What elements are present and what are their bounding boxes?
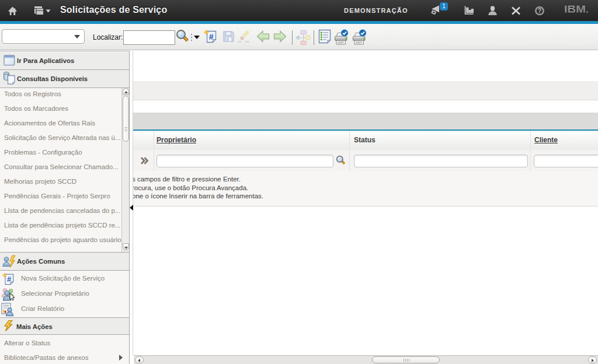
svg-text:#: #	[7, 275, 11, 284]
svg-text:?: ?	[538, 8, 541, 14]
svg-text:#: #	[209, 32, 214, 41]
